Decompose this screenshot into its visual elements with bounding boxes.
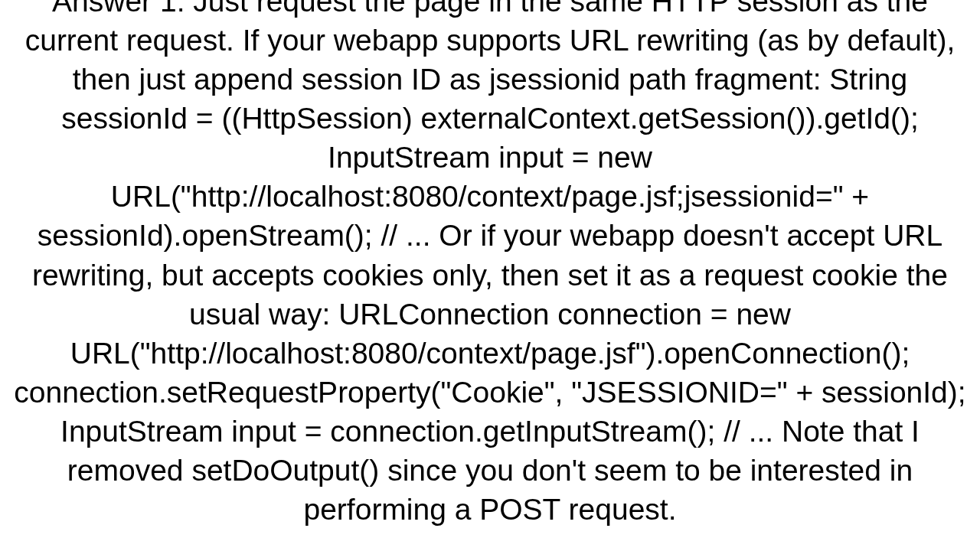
answer-text: Answer 1: Just request the page in the s… bbox=[0, 0, 980, 529]
page-container: Answer 1: Just request the page in the s… bbox=[0, 0, 980, 551]
